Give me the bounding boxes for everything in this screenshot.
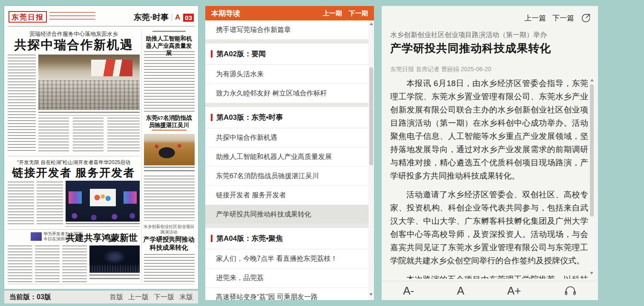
toc-item[interactable]: 链接开发者 服务开发者 — [205, 186, 374, 205]
article1-textblock — [73, 118, 104, 152]
last-page-link[interactable]: 末版 — [179, 293, 193, 302]
article-paragraph: 活动邀请了水乡经济区管委会、双创社区、高校专家、投资机构、科创企业等代表共同参与… — [390, 188, 588, 267]
toc-item[interactable]: 致力永久睦邻友好 树立区域合作标杆 — [205, 84, 374, 103]
section-gap — [205, 40, 374, 43]
article1-headline[interactable]: 共探中瑞合作新机遇 — [8, 37, 140, 54]
article2-textblock — [8, 182, 34, 225]
scroll-down-icon[interactable] — [590, 272, 593, 274]
issue-guide-header: 本期导读 上一期 下一期 — [205, 6, 374, 20]
toc-section-label: 第A04版：东莞•聚焦 — [216, 234, 283, 242]
page-badge-number: 03 — [183, 14, 194, 22]
scroll-down-icon[interactable] — [369, 293, 373, 296]
side2-subheadline — [152, 130, 187, 133]
current-page-label: 当前版：03版 — [9, 293, 51, 302]
side2-textblock — [144, 176, 195, 221]
prev-issue-link[interactable]: 上一期 — [323, 9, 342, 17]
section-marker-icon — [211, 235, 213, 242]
scroll-up-icon[interactable] — [370, 23, 373, 25]
section-name: 东莞·时事 — [134, 12, 169, 23]
toc-scrollbar[interactable] — [368, 20, 374, 300]
stage-right-screen — [124, 191, 137, 204]
side2-headline[interactable]: 东莞67名消防指战员驰援湛江吴川 — [143, 114, 195, 129]
conference-photo — [38, 55, 140, 110]
toc-section-label: 第A03版：东莞•时事 — [216, 113, 283, 121]
prev-article-link[interactable]: 上一篇 — [524, 13, 546, 23]
toc-section-a04[interactable]: 第A04版：东莞•聚焦 — [205, 228, 374, 249]
issue-guide-list: 携手谱写莞瑞合作新篇章 第A02版：要闻 为有源头活水来 致力永久睦邻友好 树立… — [205, 20, 374, 300]
masthead-section-block: 东莞·时事 A 03 — [134, 12, 194, 23]
article3-photo-caption — [89, 274, 140, 281]
toc-item[interactable]: 东莞67名消防指战员驰援湛江吴川 — [205, 167, 374, 186]
toc-section-a03[interactable]: 第A03版：东莞•时事 — [205, 107, 374, 128]
issue-guide-panel: 本期导读 上一期 下一期 携手谱写莞瑞合作新篇章 第A02版：要闻 为有源头活水… — [205, 6, 374, 300]
next-article-link[interactable]: 下一篇 — [552, 13, 574, 23]
article-body: 本报讯 6月18日，由水乡经济区管委会指导，东莞理工学院、东莞水乡置业管理有限公… — [390, 77, 588, 279]
side3-headline-line1: 产学研投共同推动 — [143, 236, 195, 244]
open-external-icon[interactable] — [581, 13, 591, 23]
page-navigation-bar: 当前版：03版 首版 上一版 下一版 末版 — [4, 291, 198, 303]
side1-textblock — [144, 51, 195, 112]
toc-section-a02[interactable]: 第A02版：要闻 — [205, 43, 374, 65]
side3-textblock — [144, 254, 195, 283]
article-reader-panel: 上一篇 下一篇 水乡创新创业社区创业项目路演活动（第一期）举办 产学研投共同推动… — [382, 6, 598, 300]
first-page-link[interactable]: 首版 — [109, 293, 123, 302]
article2-photo-caption — [66, 223, 140, 227]
side2-photo-caption — [144, 167, 195, 173]
reading-toolbar: A- A A+ — [382, 281, 598, 300]
article-byline: 东莞日报 首席记者 曹丽娟 2025-06-20 — [390, 66, 578, 73]
scroll-up-icon[interactable] — [590, 79, 594, 81]
masthead-dateline-textblock — [49, 12, 95, 22]
toc-section-label: 第A02版：要闻 — [216, 50, 266, 58]
font-normal-button[interactable]: A — [457, 284, 464, 297]
section-marker-icon — [211, 114, 213, 121]
developer-carnival-stage-photo — [66, 181, 140, 222]
article1-textblock — [107, 118, 140, 152]
font-smaller-button[interactable]: A- — [403, 284, 414, 297]
article-paragraph: 本次路演的五个项目由东莞理工学院推荐，以科技创新为核心，覆盖人工智能、数字技术等… — [390, 273, 588, 279]
arena-photo — [89, 245, 140, 273]
article-nav: 上一篇 下一篇 — [524, 13, 591, 23]
article-scrollbar-thumb[interactable] — [590, 84, 594, 217]
next-page-link[interactable]: 下一版 — [154, 293, 174, 302]
huawei-badge — [31, 232, 42, 241]
toc-item[interactable]: 家人们，今晚7点半 看直播抢东莞荔枝！ — [205, 249, 374, 268]
toc-item[interactable]: 高速驿站变身“荔”园 司乘朋友一路 — [205, 288, 374, 300]
toc-item[interactable]: 共探中瑞合作新机遇 — [205, 128, 374, 147]
toc-item-active[interactable]: 产学研投共同推动科技成果转化 — [205, 205, 374, 224]
article3-textblock — [62, 245, 87, 284]
masthead-rule — [8, 26, 195, 26]
newspaper-page-preview: 东莞日报 东莞·时事 A 03 莞瑞经济合作服务中心落地东莞水乡 共探中瑞合作新… — [4, 6, 198, 289]
toc-item[interactable]: 携手谱写莞瑞合作新篇章 — [205, 20, 374, 40]
side1-kicker — [152, 31, 186, 34]
article1-textblock — [38, 118, 69, 152]
article-scrollbar[interactable] — [589, 77, 595, 279]
side3-kicker-line1: 水乡创新创业社区创业项目路演活动 — [143, 224, 195, 235]
toc-item[interactable]: 为有源头活水来 — [205, 65, 374, 84]
article-title: 产学研投共同推动科技成果转化 — [390, 41, 582, 56]
side3-headline-line2: 科技成果转化 — [143, 244, 195, 252]
conference-screen — [91, 60, 133, 76]
newspaper-logo: 东莞日报 — [9, 11, 47, 23]
side3-headline[interactable]: 产学研投共同推动 科技成果转化 — [143, 236, 195, 252]
article-paragraph: 本报讯 6月18日，由水乡经济区管委会指导，东莞理工学院、东莞水乡置业管理有限公… — [390, 77, 588, 182]
toc-item[interactable]: 进莞来，品莞荔 — [205, 268, 374, 288]
section-divider — [172, 14, 172, 21]
font-larger-button[interactable]: A+ — [507, 284, 521, 297]
listen-audio-button[interactable] — [564, 285, 577, 296]
section-gap — [205, 224, 374, 228]
article3-textblock — [8, 245, 32, 284]
article-subtitle: 水乡创新创业社区创业项目路演活动（第一期）举办 — [390, 31, 578, 40]
next-issue-link[interactable]: 下一期 — [349, 9, 368, 17]
issue-guide-title: 本期导读 — [211, 9, 240, 18]
toc-scrollbar-thumb[interactable] — [369, 67, 373, 165]
article3-textblock — [35, 245, 60, 284]
toc-item[interactable]: 助推人工智能和机器人产业高质量发展 — [205, 147, 374, 167]
column-rule — [141, 30, 142, 283]
stage-center-screen — [90, 189, 116, 206]
page-badge-prefix: A — [175, 13, 180, 22]
prev-page-link[interactable]: 上一版 — [128, 293, 149, 302]
stage-left-screen — [69, 191, 82, 204]
section-gap — [205, 103, 374, 107]
article2-headline[interactable]: 链接开发者 服务开发者 — [8, 165, 140, 180]
article1-textblock — [8, 55, 36, 152]
